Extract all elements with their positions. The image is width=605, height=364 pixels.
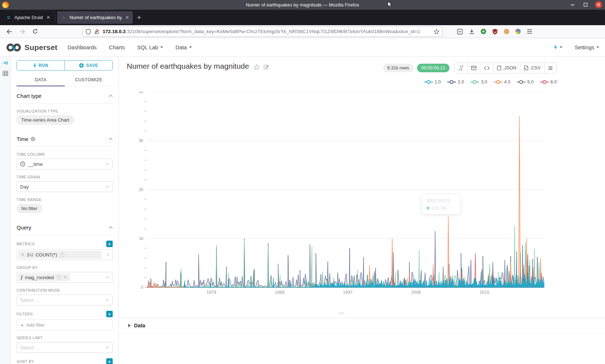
svg-text:1k: 1k xyxy=(139,236,144,241)
cookie-extension-icon[interactable] xyxy=(504,29,509,34)
export-json-button[interactable]: .JSON xyxy=(493,63,520,73)
chevron-down-icon xyxy=(160,46,163,48)
email-button[interactable] xyxy=(467,63,480,73)
nav-dashboards[interactable]: Dashboards xyxy=(67,44,97,50)
data-results-panel: Data xyxy=(119,318,605,364)
tab-data[interactable]: DATA xyxy=(17,74,65,86)
svg-text:0: 0 xyxy=(141,285,143,290)
nav-data[interactable]: Data xyxy=(175,44,192,50)
copy-link-button[interactable] xyxy=(455,63,467,73)
timeseries-area-chart[interactable]: 01k2k3k4k19791988199720062015 xyxy=(119,92,605,299)
downloads-icon[interactable] xyxy=(469,29,475,35)
viz-type-value[interactable]: Time-series Area Chart xyxy=(17,115,74,124)
superset-logo[interactable]: Superset xyxy=(6,43,57,52)
run-button[interactable]: RUN xyxy=(17,61,65,70)
tracking-shield-icon[interactable] xyxy=(86,29,91,35)
section-query[interactable]: Query xyxy=(17,218,113,235)
group-by-value: mag_rounded xyxy=(25,275,54,280)
series-limit-select[interactable]: Select ... xyxy=(17,342,113,353)
metric-expand-caret[interactable] xyxy=(103,250,112,260)
remove-groupby-icon[interactable]: ✕ xyxy=(64,275,67,280)
add-new-button[interactable]: + xyxy=(554,44,563,51)
hamburger-menu-icon[interactable] xyxy=(527,29,532,34)
back-icon[interactable] xyxy=(6,29,12,34)
svg-text:4k: 4k xyxy=(139,92,144,94)
time-column-select[interactable]: __time xyxy=(17,159,113,169)
bookmark-star-icon[interactable] xyxy=(434,29,439,34)
duration-badge: 00:00:05.12 xyxy=(417,64,449,72)
nav-sql-lab[interactable]: SQL Lab xyxy=(137,44,163,50)
edit-title-icon[interactable] xyxy=(264,64,269,69)
tab-customize[interactable]: CUSTOMIZE xyxy=(65,74,113,86)
tab-apache-druid[interactable]: Apache Druid ✕ xyxy=(2,11,54,24)
series-limit-label: SERIES LIMIT xyxy=(17,336,113,340)
colorful-extension-icon[interactable] xyxy=(515,29,521,34)
info-icon: i xyxy=(31,137,35,141)
new-tab-button[interactable]: + xyxy=(137,14,141,22)
ublock-extension-icon[interactable] xyxy=(492,29,498,35)
insecure-lock-icon[interactable] xyxy=(94,29,100,35)
expand-panel-icon[interactable] xyxy=(3,60,8,65)
group-by-select[interactable]: f mag_rounded ? ✕ xyxy=(17,272,113,283)
favorite-star-icon[interactable] xyxy=(254,64,260,70)
brand-name: Superset xyxy=(24,43,57,52)
legend-item-5.0[interactable]: 5.0 xyxy=(517,79,533,85)
chevron-down-icon xyxy=(106,186,109,188)
nav-charts[interactable]: Charts xyxy=(109,44,125,50)
plus-icon: + xyxy=(21,322,24,328)
rows-badge: 6.31k rows xyxy=(383,64,413,72)
series-area-4.0 xyxy=(144,116,543,287)
add-filter-plus-button[interactable]: + xyxy=(106,311,113,317)
reload-icon[interactable] xyxy=(32,29,38,34)
legend-item-3.0[interactable]: 3.0 xyxy=(470,79,487,85)
legend-item-6.0[interactable]: 6.0 xyxy=(540,79,557,85)
tab-close-icon[interactable]: ✕ xyxy=(46,15,50,20)
add-metric-button[interactable]: + xyxy=(106,241,113,247)
chart-menu-button[interactable] xyxy=(544,63,556,73)
svg-text:3k: 3k xyxy=(139,138,144,143)
svg-text:2006: 2006 xyxy=(411,290,421,295)
legend-marker-icon xyxy=(424,80,433,84)
pocket-icon[interactable] xyxy=(457,29,463,35)
greasemonkey-extension-icon[interactable] xyxy=(481,29,486,34)
add-filter-dropzone[interactable]: + Add filter xyxy=(17,319,113,330)
control-panel: RUN SAVE DATA CUSTOMIZE Chart type VISUA… xyxy=(11,57,119,364)
legend-item-4.0[interactable]: 4.0 xyxy=(494,79,510,85)
tooltip-series-dot xyxy=(426,206,430,210)
add-sort-by-button[interactable]: + xyxy=(106,358,113,364)
chevron-down-icon xyxy=(596,46,599,48)
remove-metric-icon[interactable]: ✕ xyxy=(21,252,24,257)
svg-text:1988: 1988 xyxy=(275,290,284,295)
dataset-grid-icon[interactable] xyxy=(3,70,8,76)
export-csv-button[interactable]: .CSV xyxy=(520,63,544,73)
legend-marker-icon xyxy=(447,80,456,84)
window-close-button[interactable] xyxy=(595,1,602,8)
tab-superset-explore[interactable]: Numer of earthquakes by m ✕ xyxy=(57,11,133,24)
contribution-mode-select[interactable]: Select ... xyxy=(17,295,113,305)
mouse-cursor xyxy=(387,1,393,8)
window-minimize-icon[interactable] xyxy=(569,1,576,8)
legend-marker-icon xyxy=(540,80,549,84)
legend-item-2.0[interactable]: 2.0 xyxy=(447,79,464,85)
data-panel-toggle[interactable]: Data xyxy=(119,318,605,333)
metric-chipbox[interactable]: ✕ f(x) COUNT(*) ? xyxy=(17,249,113,260)
url-path: :32108/superset/explore/?form_data_key=K… xyxy=(126,29,420,34)
settings-menu[interactable]: Settings xyxy=(575,44,599,50)
chart-tooltip: 2002-03-21 1.0: 74 xyxy=(422,195,460,214)
save-button[interactable]: SAVE xyxy=(65,61,112,70)
panel-resize-handle[interactable] xyxy=(339,312,344,315)
time-range-value[interactable]: No filter xyxy=(17,204,42,213)
tab-close-icon[interactable]: ✕ xyxy=(125,15,129,20)
legend-marker-icon xyxy=(494,80,502,84)
section-time[interactable]: Timei xyxy=(17,129,113,147)
url-text[interactable]: 172.18.0.3:32108/superset/explore/?form_… xyxy=(103,29,431,34)
window-restore-icon[interactable] xyxy=(582,1,589,8)
url-bar[interactable]: 172.18.0.3:32108/superset/explore/?form_… xyxy=(82,27,443,37)
legend-item-1.0[interactable]: 1.0 xyxy=(424,79,441,85)
embed-code-button[interactable] xyxy=(480,63,493,73)
time-grain-select[interactable]: Day xyxy=(17,181,113,192)
time-range-label: TIME RANGE xyxy=(17,197,113,202)
section-chart-type[interactable]: Chart type xyxy=(17,86,113,104)
superset-logo-icon xyxy=(6,43,22,52)
forward-icon[interactable] xyxy=(19,29,25,34)
